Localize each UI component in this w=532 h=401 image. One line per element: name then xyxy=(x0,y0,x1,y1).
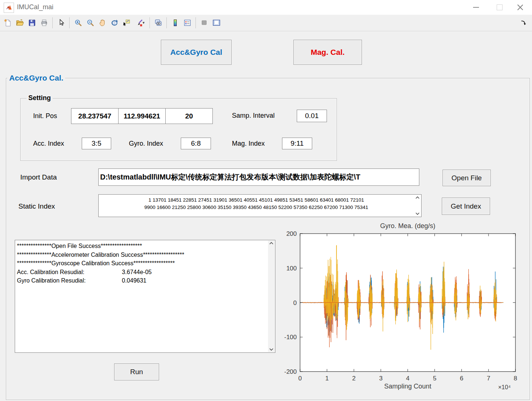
log-line: Acc. Calibration Resudial:3.6744e-05 xyxy=(17,268,266,277)
setting-panel xyxy=(20,98,337,161)
init-pos-lon-field[interactable] xyxy=(118,108,166,124)
log-line: ***************Gyroscope Calibration Suc… xyxy=(17,259,266,268)
svg-text:200: 200 xyxy=(286,230,297,237)
acc-gyro-cal-panel-title: Acc&Gyro Cal. xyxy=(7,74,65,82)
chevron-down-icon: ▼ xyxy=(142,21,145,25)
chart-title: Gyro. Mea. (deg/s) xyxy=(300,222,515,230)
svg-text:8: 8 xyxy=(514,375,517,382)
insert-colorbar-icon[interactable] xyxy=(169,17,181,29)
scroll-down-icon[interactable] xyxy=(415,212,420,215)
mag-cal-tab-button[interactable]: Mag. Cal. xyxy=(293,40,362,65)
maximize-button[interactable] xyxy=(491,0,508,15)
static-index-listbox[interactable]: 1 13701 18451 22851 27451 31901 36501 40… xyxy=(98,194,422,217)
zoom-in-icon[interactable] xyxy=(72,17,84,29)
samp-interval-label: Samp. Interval xyxy=(232,112,275,120)
save-figure-icon[interactable] xyxy=(26,17,38,29)
gyro-residual-label: Gyro Calibration Resudial: xyxy=(17,276,122,285)
svg-text:6: 6 xyxy=(460,375,463,382)
acc-gyro-cal-tab-button[interactable]: Acc&Gyro Cal xyxy=(161,40,232,65)
toolbar-separator xyxy=(69,17,70,28)
mag-index-field[interactable] xyxy=(282,138,312,149)
toolbar-separator xyxy=(195,17,196,28)
samp-interval-field[interactable] xyxy=(297,110,327,122)
init-pos-alt-field[interactable] xyxy=(165,108,213,124)
gyro-residual-value: 0.049631 xyxy=(122,277,147,284)
svg-text:0: 0 xyxy=(298,375,302,382)
chart-x-exponent: ×10⁴ xyxy=(498,384,511,391)
open-file-icon[interactable] xyxy=(14,17,26,29)
matlab-figure-window: IMUCal_mai xyxy=(0,0,532,401)
edit-plot-icon[interactable] xyxy=(55,17,67,29)
init-pos-label: Init. Pos xyxy=(33,112,57,120)
static-index-line: 1 13701 18451 22851 27451 31901 36501 40… xyxy=(101,196,412,204)
import-data-path-field[interactable] xyxy=(98,168,419,186)
show-plot-tools-icon[interactable] xyxy=(210,17,222,29)
log-line: Gyro Calibration Resudial:0.049631 xyxy=(17,276,266,285)
mag-index-label: Mag. Index xyxy=(232,140,265,148)
log-scrollbar[interactable] xyxy=(268,241,275,352)
static-index-line: 9900 16600 21250 25800 30600 35150 39350… xyxy=(101,204,412,211)
import-data-label: Import Data xyxy=(20,173,57,181)
open-file-button[interactable]: Open File xyxy=(443,170,491,186)
pan-icon[interactable] xyxy=(96,17,108,29)
insert-legend-icon[interactable] xyxy=(181,17,193,29)
gyro-chart: Gyro. Mea. (deg/s) 012345678-200-1000100… xyxy=(279,219,532,401)
link-plot-icon[interactable] xyxy=(152,17,164,29)
matlab-logo-icon xyxy=(4,3,14,13)
gyro-plot-area: 012345678-200-1000100200 xyxy=(279,219,532,401)
svg-text:1: 1 xyxy=(325,375,328,382)
acc-residual-label: Acc. Calibration Resudial: xyxy=(17,268,122,277)
setting-panel-title: Setting xyxy=(27,94,53,102)
maximize-icon xyxy=(497,4,503,10)
data-cursor-icon[interactable] xyxy=(120,17,133,29)
svg-text:5: 5 xyxy=(433,375,436,382)
svg-text:3: 3 xyxy=(379,375,383,382)
title-bar: IMUCal_mai xyxy=(0,0,532,15)
static-index-scrollbar[interactable] xyxy=(414,195,421,216)
rotate-3d-icon[interactable] xyxy=(108,17,120,29)
toolbar-separator xyxy=(166,17,167,28)
close-icon xyxy=(517,4,524,11)
scroll-down-icon[interactable] xyxy=(269,348,274,351)
svg-text:-200: -200 xyxy=(284,368,297,375)
log-line: ***************Accelerometer Calibration… xyxy=(17,251,266,259)
hide-plot-tools-icon[interactable] xyxy=(198,17,210,29)
minimize-button[interactable] xyxy=(467,0,485,15)
svg-text:2: 2 xyxy=(352,375,356,382)
brush-data-icon[interactable]: ▼ xyxy=(133,17,147,29)
acc-residual-value: 3.6744e-05 xyxy=(122,269,152,275)
acc-index-field[interactable] xyxy=(82,138,111,149)
figure-toolbar: ▼ xyxy=(0,15,532,31)
chart-xlabel: Sampling Count xyxy=(300,383,515,390)
dock-figure-icon[interactable] xyxy=(519,18,528,27)
gyro-index-field[interactable] xyxy=(181,138,211,149)
new-figure-icon[interactable] xyxy=(1,17,14,29)
scroll-up-icon[interactable] xyxy=(415,196,420,199)
log-listbox[interactable]: ***************Open File Success********… xyxy=(15,240,275,353)
get-index-button[interactable]: Get Index xyxy=(442,198,490,215)
svg-text:4: 4 xyxy=(406,375,409,382)
scroll-up-icon[interactable] xyxy=(269,242,274,245)
svg-text:0: 0 xyxy=(293,299,297,306)
svg-text:100: 100 xyxy=(286,265,297,272)
toolbar-separator xyxy=(52,17,53,28)
acc-index-label: Acc. Index xyxy=(33,140,64,148)
run-button[interactable]: Run xyxy=(114,363,159,380)
svg-text:7: 7 xyxy=(487,375,490,382)
toolbar-separator xyxy=(149,17,150,28)
zoom-out-icon[interactable] xyxy=(84,17,96,29)
close-button[interactable] xyxy=(511,0,529,15)
window-title: IMUCal_mai xyxy=(17,3,53,11)
gyro-index-label: Gyro. Index xyxy=(129,140,163,148)
init-pos-lat-field[interactable] xyxy=(71,108,119,124)
minimize-icon xyxy=(473,7,479,8)
svg-text:-100: -100 xyxy=(284,334,297,341)
log-line: ***************Open File Success********… xyxy=(17,242,266,251)
static-index-label: Static Index xyxy=(18,202,55,210)
print-figure-icon[interactable] xyxy=(38,17,50,29)
